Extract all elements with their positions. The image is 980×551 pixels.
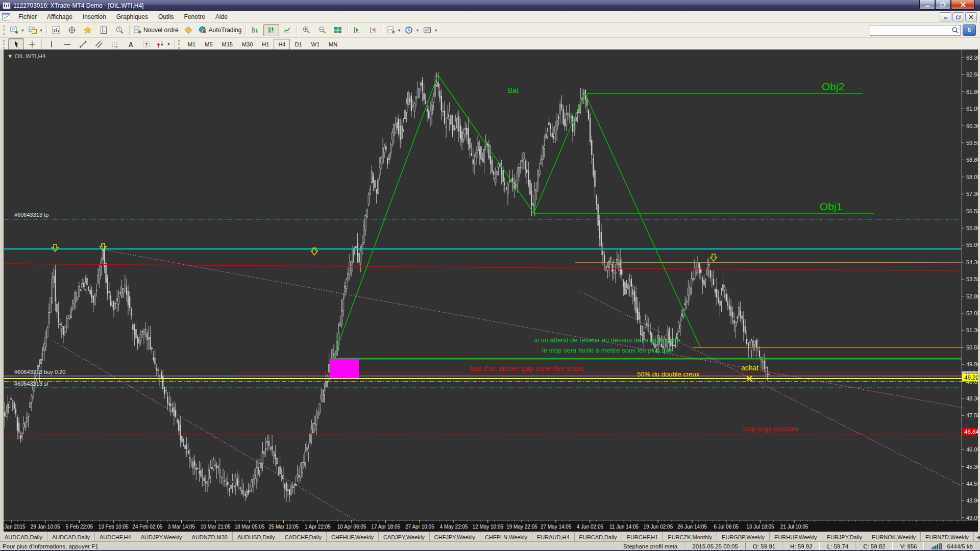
tab-cadjpy-weekly[interactable]: CADJPY,Weekly	[379, 532, 430, 542]
trendline-tool[interactable]	[75, 38, 91, 51]
annotation-7[interactable]: achat	[741, 364, 758, 372]
line-chart-mode-button[interactable]	[279, 24, 295, 36]
vertical-line-tool[interactable]	[43, 38, 59, 51]
new-order-button[interactable]: Nouvel ordre	[131, 24, 181, 36]
tab-audnzd-m30[interactable]: AUDNZD,M30	[187, 532, 233, 542]
tab-audusd-daily[interactable]: AUDUSD,Daily	[233, 532, 280, 542]
tab-audchf-h4[interactable]: AUDCHF,H4	[95, 532, 136, 542]
equidistant-channel-tool[interactable]	[91, 38, 107, 51]
tab-eurnok-weekly[interactable]: EURNOK,Weekly	[867, 532, 921, 542]
annotation-8[interactable]: stop large possible	[743, 425, 798, 433]
metaeditor-button[interactable]	[181, 24, 197, 36]
bat-pattern-lines[interactable]	[333, 75, 700, 359]
timeframe-m5[interactable]: M5	[200, 39, 217, 50]
autotrading-button[interactable]: AutoTrading	[197, 24, 244, 36]
chart-area[interactable]: BatObj2Obj1si on attend de revenir au de…	[0, 49, 980, 532]
menu-outils[interactable]: Outils	[153, 12, 179, 22]
chart-symbol-label[interactable]: ▼ OIL.WTI,H4	[7, 53, 46, 59]
annotation-6[interactable]: 50% du double creux	[637, 370, 700, 378]
text-tool[interactable]: A	[122, 38, 138, 51]
text-label-tool[interactable]: T	[138, 38, 154, 51]
tab-audjpy-weekly[interactable]: AUDJPY,Weekly	[136, 532, 187, 542]
pink-trendline-2[interactable]	[579, 291, 965, 487]
navigator-button[interactable]	[80, 24, 96, 36]
cursor-tool[interactable]	[8, 38, 24, 51]
indicators-list-button[interactable]: ▼	[385, 24, 403, 36]
tab-eurcad-daily[interactable]: EURCAD,Daily	[575, 532, 622, 542]
annotation-0[interactable]: Bat	[508, 86, 519, 94]
window-titlebar[interactable]: 1122703016: XTrade-MT4 Demo - [OIL.WTI,H…	[0, 0, 980, 11]
timeframe-d1[interactable]: D1	[290, 39, 306, 50]
tab-cadchf-daily[interactable]: CADCHF,Daily	[280, 532, 327, 542]
menu-insertion[interactable]: Insertion	[78, 12, 111, 22]
pink-trendline-1[interactable]	[105, 250, 965, 408]
tab-eurczk-monthly[interactable]: EURCZK,Monthly	[663, 532, 717, 542]
arrow-objects-tool[interactable]: ▼	[154, 38, 173, 51]
tile-windows-button[interactable]	[330, 24, 346, 36]
tab-audcad-daily[interactable]: AUDCAD,Daily	[47, 532, 95, 542]
tab-eurchf-h1[interactable]: EURCHF,H1	[622, 532, 664, 542]
price-chart-canvas[interactable]: BatObj2Obj1si on attend de revenir au de…	[0, 49, 980, 532]
candlestick-mode-button[interactable]	[263, 24, 279, 36]
timeframe-m15[interactable]: M15	[217, 39, 237, 50]
timeframe-mn[interactable]: MN	[324, 39, 342, 50]
magenta-zone-rectangle[interactable]	[330, 359, 359, 378]
tab-chfpln-weekly[interactable]: CHFPLN,Weekly	[480, 532, 532, 542]
fibonacci-retracement-tool[interactable]: F	[107, 38, 122, 51]
chart-close-button[interactable]	[965, 12, 977, 21]
menu-affichage[interactable]: Affichage	[42, 12, 78, 22]
bar-chart-mode-button[interactable]	[248, 24, 263, 36]
tab-chfjpy-weekly[interactable]: CHFJPY,Weekly	[430, 532, 480, 542]
zoom-in-button[interactable]	[299, 24, 314, 36]
tab-eurnzd-weekly[interactable]: EURNZD,Weekly	[921, 532, 974, 542]
profiles-button[interactable]: ▼	[27, 24, 45, 36]
periods-button[interactable]: ▼	[403, 24, 421, 36]
window-minimize-button[interactable]	[919, 0, 935, 10]
window-close-button[interactable]	[951, 0, 975, 10]
menu-graphiques[interactable]: Graphiques	[111, 12, 153, 22]
auto-scroll-button[interactable]	[350, 24, 365, 36]
menu-aide[interactable]: Aide	[210, 12, 233, 22]
search-input[interactable]	[870, 27, 950, 34]
new-chart-button[interactable]: ▼	[8, 24, 27, 36]
community-icon[interactable]: 5	[963, 24, 976, 36]
tab-chfhuf-weekly[interactable]: CHFHUF,Weekly	[327, 532, 379, 542]
market-watch-button[interactable]	[48, 24, 64, 36]
annotation-5[interactable]: bas d'un ancien gap zone des stops	[470, 364, 583, 372]
search-icon[interactable]	[950, 27, 960, 34]
annotation-1[interactable]: Obj2	[822, 81, 844, 92]
timeframe-w1[interactable]: W1	[307, 39, 325, 50]
menu-fichier[interactable]: Fichier	[13, 12, 42, 22]
timeframe-m30[interactable]: M30	[237, 39, 257, 50]
templates-button[interactable]: ▼	[421, 24, 439, 36]
terminal-button[interactable]	[96, 24, 112, 36]
chart-restore-button[interactable]	[952, 12, 964, 21]
annotation-4[interactable]: le stop sera facile à mettre sous les pl…	[542, 346, 673, 354]
descending-red-trendline[interactable]	[4, 264, 962, 271]
chart-shift-button[interactable]	[365, 24, 381, 36]
tab-audcad-daily[interactable]: AUDCAD,Daily	[0, 532, 47, 542]
orange-level-upper[interactable]	[575, 262, 962, 263]
timeframe-m1[interactable]: M1	[183, 39, 200, 50]
tab-euraud-h4[interactable]: EURAUD,H4	[532, 532, 575, 542]
tab-eurgbp-weekly[interactable]: EURGBP,Weekly	[717, 532, 770, 542]
crosshair-tool[interactable]	[24, 38, 40, 51]
zoom-out-button[interactable]	[314, 24, 330, 36]
signal-arrow-0[interactable]	[52, 244, 59, 252]
timeframe-h1[interactable]: H1	[257, 39, 274, 50]
horizontal-line-tool[interactable]	[59, 38, 75, 51]
tab-eurhuf-weekly[interactable]: EURHUF,Weekly	[770, 532, 822, 542]
chevron-down-icon: ▼	[415, 29, 419, 32]
annotation-2[interactable]: Obj1	[820, 201, 842, 212]
timeframe-h4[interactable]: H4	[274, 39, 290, 50]
chart-minimize-button[interactable]	[940, 12, 951, 21]
menu-fenetre[interactable]: Fenetre	[179, 12, 210, 22]
tab-scroll-left-icon[interactable]: ◀	[976, 535, 980, 540]
signal-arrow-3[interactable]	[710, 254, 717, 261]
community-badge: 5	[968, 27, 971, 33]
window-restore-button[interactable]	[935, 0, 951, 10]
data-window-button[interactable]	[64, 24, 80, 36]
annotation-3[interactable]: si on attend de revenir au dessus de la …	[534, 336, 681, 344]
strategy-tester-button[interactable]	[112, 24, 128, 36]
tab-eurjpy-daily[interactable]: EURJPY,Daily	[822, 532, 868, 542]
